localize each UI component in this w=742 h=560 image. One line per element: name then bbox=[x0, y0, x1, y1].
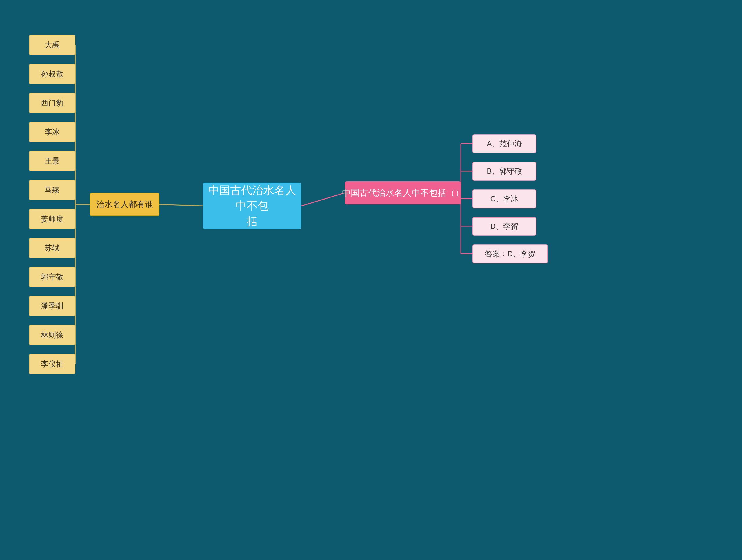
svg-line-15 bbox=[159, 204, 203, 206]
left-node-11: 林则徐 bbox=[29, 325, 75, 345]
svg-line-16 bbox=[302, 193, 345, 206]
center-node: 中国古代治水名人中不包 括 bbox=[203, 183, 302, 229]
left-node-5: 王景 bbox=[29, 151, 75, 171]
left-node-4: 李冰 bbox=[29, 122, 75, 142]
connector-lines bbox=[0, 0, 742, 560]
right-node-1: A、范仲淹 bbox=[472, 134, 536, 153]
left-node-3: 西门豹 bbox=[29, 93, 75, 113]
right-node-4: D、李贺 bbox=[472, 217, 536, 236]
mindmap: 大禹 孙叔敖 西门豹 李冰 王景 马臻 姜师度 苏轼 郭守敬 潘季驯 林则徐 李… bbox=[0, 0, 742, 560]
left-node-7: 姜师度 bbox=[29, 209, 75, 229]
left-node-6: 马臻 bbox=[29, 180, 75, 200]
left-node-12: 李仪祉 bbox=[29, 354, 75, 374]
right-node-3: C、李冰 bbox=[472, 189, 536, 208]
left-node-9: 郭守敬 bbox=[29, 267, 75, 287]
right-node-answer: 答案：D、李贺 bbox=[472, 245, 548, 263]
subtopic-node: 治水名人都有谁 bbox=[90, 193, 159, 216]
right-node-2: B、郭守敬 bbox=[472, 162, 536, 181]
left-node-1: 大禹 bbox=[29, 35, 75, 55]
left-node-10: 潘季驯 bbox=[29, 296, 75, 316]
right-main-node: 中国古代治水名人中不包括（） bbox=[345, 181, 461, 204]
left-node-8: 苏轼 bbox=[29, 238, 75, 258]
left-node-2: 孙叔敖 bbox=[29, 64, 75, 84]
